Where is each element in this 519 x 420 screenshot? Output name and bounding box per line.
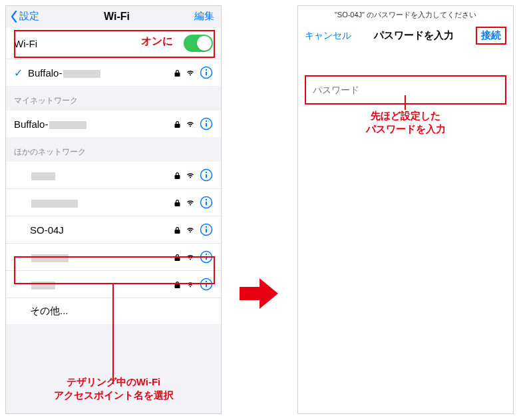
- section-other-networks: ほかのネットワーク: [6, 137, 221, 162]
- wifi-icon: [186, 253, 194, 261]
- nav-bar: 設定 Wi-Fi 編集: [6, 6, 221, 28]
- info-icon[interactable]: [200, 223, 213, 236]
- info-icon[interactable]: [200, 196, 213, 209]
- annotation-line: [112, 284, 114, 384]
- info-icon[interactable]: [200, 168, 213, 182]
- lock-icon: [174, 69, 181, 77]
- section-my-networks: マイネットワーク: [6, 86, 221, 110]
- cancel-button[interactable]: キャンセル: [305, 30, 351, 42]
- lock-icon: [174, 171, 181, 180]
- connected-network-row[interactable]: ✓ Buffalo-: [6, 59, 221, 86]
- network-name-so04j: SO-04J: [30, 224, 174, 236]
- masked-text: [31, 282, 55, 290]
- password-nav: キャンセル パスワードを入力 接続: [298, 21, 513, 51]
- edit-button[interactable]: 編集: [194, 10, 214, 23]
- connect-button[interactable]: 接続: [476, 27, 506, 45]
- wifi-icon: [186, 171, 194, 179]
- other-network-row-so04j[interactable]: SO-04J: [6, 216, 221, 244]
- info-icon[interactable]: [200, 66, 213, 79]
- checkmark-icon: ✓: [14, 67, 23, 79]
- arrow-right-icon: [240, 277, 279, 310]
- lock-icon: [174, 253, 181, 262]
- annotation-password: 先ほど設定した パスワードを入力: [298, 109, 513, 135]
- wifi-toggle-row[interactable]: Wi-Fi: [6, 28, 221, 59]
- wifi-icon: [186, 226, 194, 234]
- annotation-line: [405, 95, 406, 110]
- lock-icon: [174, 120, 181, 128]
- wifi-icon: [186, 280, 194, 288]
- wifi-settings-screen: 設定 Wi-Fi 編集 Wi-Fi ✓ Buffalo- マイネットワーク Bu…: [5, 5, 222, 414]
- masked-text: [63, 70, 100, 78]
- other-network-row[interactable]: [6, 244, 221, 271]
- wifi-icon: [186, 69, 194, 77]
- nav-title: Wi-Fi: [104, 11, 130, 23]
- back-button[interactable]: 設定: [10, 10, 39, 23]
- connected-network-name: Buffalo-: [28, 67, 174, 79]
- info-icon[interactable]: [200, 117, 213, 130]
- masked-text: [49, 121, 86, 129]
- lock-icon: [174, 280, 181, 289]
- masked-text: [31, 200, 78, 208]
- wifi-toggle-label: Wi-Fi: [14, 38, 184, 49]
- other-label: その他...: [30, 305, 213, 317]
- info-icon[interactable]: [200, 250, 213, 264]
- lock-icon: [174, 226, 181, 234]
- wifi-toggle-switch[interactable]: [184, 35, 213, 52]
- arrow-separator: [222, 0, 297, 420]
- password-subtitle: "SO-04J" のパスワードを入力してください: [298, 6, 513, 21]
- password-entry-screen: "SO-04J" のパスワードを入力してください キャンセル パスワードを入力 …: [297, 5, 514, 414]
- other-network-row[interactable]: [6, 189, 221, 216]
- back-label: 設定: [19, 10, 39, 23]
- chevron-left-icon: [10, 11, 18, 23]
- password-nav-title: パスワードを入力: [374, 29, 454, 42]
- wifi-icon: [186, 120, 194, 128]
- my-network-name: Buffalo-: [14, 118, 174, 130]
- masked-text: [31, 254, 69, 262]
- other-network-row[interactable]: [6, 162, 221, 189]
- masked-text: [31, 172, 55, 180]
- wifi-icon: [186, 198, 194, 206]
- lock-icon: [174, 198, 181, 207]
- info-icon[interactable]: [200, 278, 213, 291]
- my-network-row[interactable]: Buffalo-: [6, 110, 221, 137]
